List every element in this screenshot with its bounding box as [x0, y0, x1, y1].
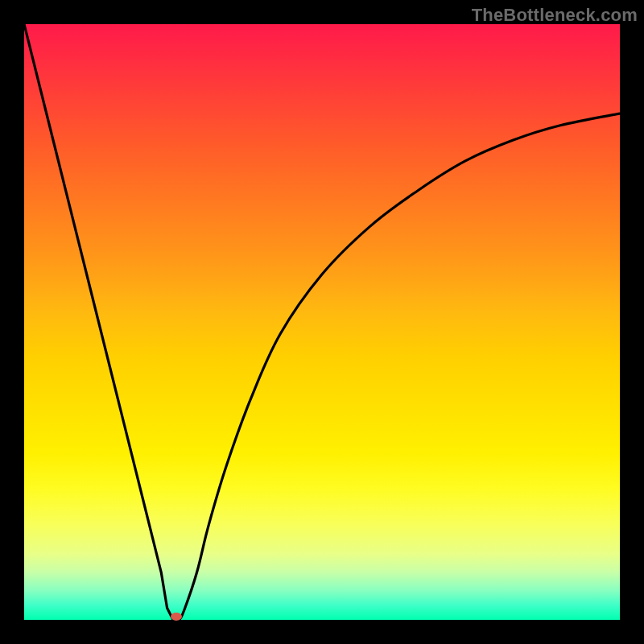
plot-area — [24, 24, 620, 620]
bottleneck-curve — [24, 24, 620, 620]
curve-svg — [24, 24, 620, 620]
chart-frame: TheBottleneck.com — [0, 0, 644, 644]
optimal-point-marker — [171, 613, 182, 621]
watermark-text: TheBottleneck.com — [472, 5, 638, 26]
